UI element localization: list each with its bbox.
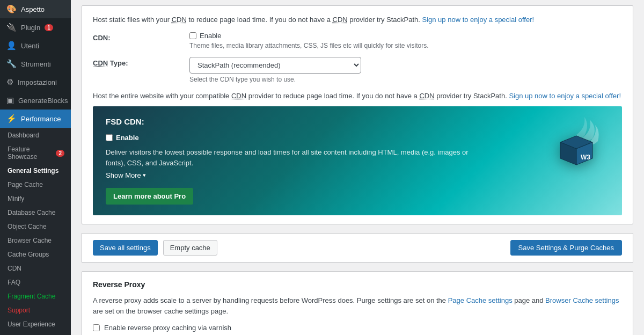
- cdn-signup-link[interactable]: Sign up now to enjoy a special offer!: [422, 16, 534, 24]
- cdn-enable-checkbox-row: Enable: [189, 32, 622, 40]
- save-all-button[interactable]: Save all settings: [93, 240, 158, 256]
- browser-cache-settings-link[interactable]: Browser Cache settings: [545, 296, 619, 304]
- reverse-proxy-enable-row: Enable reverse proxy caching via varnish: [93, 324, 622, 332]
- sidebar-item-install[interactable]: Install: [0, 331, 71, 335]
- plugin-icon: 🔌: [6, 23, 17, 32]
- performance-submenu: Dashboard Feature Showcase 2 General Set…: [0, 128, 71, 335]
- main-content: Host static files with your CDN to reduc…: [71, 0, 644, 335]
- cdn-card: Host static files with your CDN to reduc…: [82, 5, 633, 224]
- sidebar-item-general-settings[interactable]: General Settings: [0, 164, 71, 178]
- aspetto-icon: 🎨: [6, 4, 17, 14]
- sidebar-item-support[interactable]: Support: [0, 303, 71, 317]
- sidebar-item-cache-groups[interactable]: Cache Groups: [0, 247, 71, 261]
- cdn-enable-row: CDN: Enable Theme files, media library a…: [93, 32, 622, 49]
- impostazioni-icon: ⚙: [6, 77, 13, 87]
- sidebar-item-database-cache[interactable]: Database Cache: [0, 206, 71, 220]
- cdn-type-label: CDN Type:: [93, 57, 189, 67]
- fsd-cdn-banner: FSD CDN: Enable Deliver visitors the low…: [93, 106, 622, 215]
- cdn-intro-text: Host static files with your CDN to reduc…: [93, 14, 622, 25]
- show-more-link[interactable]: Show More ▾: [106, 171, 146, 179]
- cdn-type-description: Select the CDN type you wish to use.: [189, 76, 622, 83]
- cdn-enable-label[interactable]: Enable: [200, 32, 221, 40]
- cdn-type-row: CDN Type: StackPath (recommended)Amazon …: [93, 57, 622, 83]
- strumenti-icon: 🔧: [6, 59, 17, 69]
- sidebar-item-user-experience[interactable]: User Experience: [0, 317, 71, 331]
- empty-cache-button[interactable]: Empty cache: [163, 240, 217, 256]
- fsd-enable-checkbox-row: Enable: [106, 134, 609, 142]
- sidebar-item-minify[interactable]: Minify: [0, 192, 71, 206]
- feature-showcase-badge: 2: [56, 150, 64, 157]
- fsd-enable-label[interactable]: Enable: [116, 134, 139, 142]
- sidebar-item-utenti[interactable]: 👤 Utenti: [0, 37, 71, 55]
- cdn-label: CDN:: [93, 32, 189, 42]
- sidebar-item-performance[interactable]: ⚡ Performance: [0, 110, 71, 128]
- fsd-title: FSD CDN:: [106, 117, 609, 126]
- reverse-proxy-title: Reverse Proxy: [93, 280, 622, 289]
- sidebar-item-browser-cache[interactable]: Browser Cache: [0, 234, 71, 247]
- cdn-description: Theme files, media library attachments, …: [189, 42, 622, 49]
- w3-cube-decoration: W3: [547, 112, 606, 181]
- utenti-icon: 👤: [6, 41, 17, 50]
- cdn-field-content: Enable Theme files, media library attach…: [189, 32, 622, 49]
- sidebar-item-page-cache[interactable]: Page Cache: [0, 178, 71, 192]
- sidebar-item-object-cache[interactable]: Object Cache: [0, 220, 71, 234]
- sidebar-item-fragment-cache[interactable]: Fragment Cache: [0, 289, 71, 303]
- sidebar-item-generateblocks[interactable]: ▣ GenerateBlocks: [0, 91, 71, 110]
- reverse-proxy-description: A reverse proxy adds scale to a server b…: [93, 295, 622, 316]
- sidebar-item-faq[interactable]: FAQ: [0, 275, 71, 289]
- chevron-down-icon: ▾: [143, 172, 146, 179]
- cdn-type-select[interactable]: StackPath (recommended)Amazon CloudFront…: [189, 57, 361, 74]
- sidebar-item-plugin[interactable]: 🔌 Plugin 1: [0, 18, 71, 37]
- fsd-enable-checkbox[interactable]: [106, 134, 113, 141]
- sidebar-item-aspetto[interactable]: 🎨 Aspetto: [0, 0, 71, 18]
- plugin-badge: 1: [45, 24, 53, 31]
- sidebar-item-dashboard[interactable]: Dashboard: [0, 128, 71, 142]
- cdn-enable-checkbox[interactable]: [189, 32, 196, 39]
- action-buttons-row: Save all settings Empty cache Save Setti…: [82, 233, 633, 263]
- w3-cube-svg: W3: [550, 114, 603, 179]
- reverse-proxy-enable-label[interactable]: Enable reverse proxy caching via varnish: [104, 324, 231, 332]
- sidebar: 🎨 Aspetto 🔌 Plugin 1 👤 Utenti 🔧 Strument…: [0, 0, 71, 335]
- fsd-signup-link[interactable]: Sign up now to enjoy a special offer!: [509, 92, 621, 100]
- fsd-host-text: Host the entire website with your compat…: [93, 91, 622, 101]
- generateblocks-icon: ▣: [6, 96, 14, 105]
- performance-icon: ⚡: [6, 114, 17, 123]
- sidebar-item-impostazioni[interactable]: ⚙ Impostazioni: [0, 73, 71, 91]
- page-cache-settings-link[interactable]: Page Cache settings: [448, 296, 513, 304]
- reverse-proxy-enable-checkbox[interactable]: [93, 324, 100, 331]
- reverse-proxy-card: Reverse Proxy A reverse proxy adds scale…: [82, 271, 633, 335]
- sidebar-item-strumenti[interactable]: 🔧 Strumenti: [0, 55, 71, 73]
- svg-text:W3: W3: [581, 154, 590, 161]
- sidebar-item-feature-showcase[interactable]: Feature Showcase 2: [0, 142, 71, 164]
- sidebar-item-cdn[interactable]: CDN: [0, 261, 71, 275]
- fsd-description: Deliver visitors the lowest possible res…: [106, 147, 471, 168]
- cdn-type-field-content: StackPath (recommended)Amazon CloudFront…: [189, 57, 622, 83]
- learn-more-button[interactable]: Learn more about Pro: [106, 188, 193, 205]
- save-purge-button[interactable]: Save Settings & Purge Caches: [510, 240, 623, 256]
